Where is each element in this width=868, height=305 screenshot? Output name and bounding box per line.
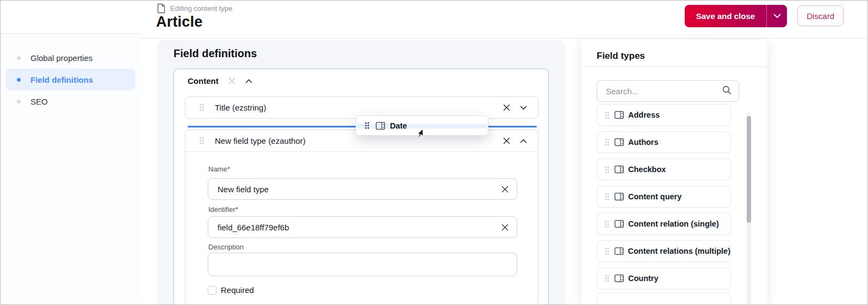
close-icon	[501, 186, 509, 193]
panel-title: Field types	[597, 51, 645, 62]
description-input[interactable]	[208, 253, 517, 276]
identifier-input[interactable]	[208, 223, 501, 232]
sidebar-item-seo[interactable]: SEO	[6, 90, 135, 112]
description-field-label: Description	[208, 243, 244, 251]
left-sidebar: Global properties Field definitions SEO	[1, 1, 142, 304]
field-types-list: Address Authors	[597, 104, 731, 304]
close-icon	[228, 77, 235, 84]
field-type-list-item[interactable]: Authors	[597, 131, 731, 153]
header-actions: Save and close Discard	[685, 5, 844, 27]
scrollbar-thumb[interactable]	[747, 116, 751, 223]
sidebar-item-label: SEO	[30, 97, 48, 106]
save-and-close-button[interactable]: Save and close	[685, 5, 766, 27]
field-type-icon	[615, 111, 624, 119]
field-type-list-item[interactable]: Country	[597, 267, 731, 289]
chevron-down-icon	[773, 14, 781, 19]
sidebar-item-global-properties[interactable]: Global properties	[6, 47, 135, 69]
name-input[interactable]	[208, 185, 501, 194]
anchor-nav: Global properties Field definitions SEO	[1, 33, 142, 304]
field-collapse-button[interactable]	[520, 139, 527, 143]
sidebar-item-field-definitions[interactable]: Field definitions	[6, 69, 135, 90]
content-field-group: Content Title (ezstring)	[173, 69, 549, 304]
field-types-panel: Field types	[581, 40, 767, 304]
field-type-label: Content relation (single)	[628, 219, 719, 228]
search-input[interactable]	[597, 87, 722, 96]
field-type-label: Authors	[628, 138, 659, 147]
drag-handle-icon[interactable]	[200, 137, 204, 144]
field-type-list-item[interactable]: Content relation (single)	[597, 213, 731, 235]
close-icon	[501, 224, 509, 231]
drag-handle-icon[interactable]	[605, 221, 609, 228]
page-header: Editing content type Article Save and cl…	[142, 1, 867, 39]
field-type-icon	[615, 166, 624, 173]
drag-handle-icon[interactable]	[200, 104, 204, 111]
field-type-list-item-partial[interactable]	[597, 292, 731, 305]
field-type-icon	[615, 193, 624, 200]
group-header: Content	[188, 76, 252, 86]
name-clear-button[interactable]	[501, 186, 509, 193]
section-heading: Field definitions	[173, 47, 257, 60]
field-type-icon	[615, 247, 624, 255]
field-type-icon	[615, 220, 624, 228]
field-type-list-item[interactable]: Checkbox	[597, 158, 731, 180]
cursor-icon	[414, 128, 424, 140]
field-type-icon	[376, 122, 385, 130]
field-row-label: Title (ezstring)	[215, 103, 266, 112]
discard-button[interactable]: Discard	[797, 5, 844, 26]
identifier-clear-button[interactable]	[501, 224, 509, 231]
panel-heading: Field types	[581, 40, 767, 67]
drag-handle-icon[interactable]	[605, 248, 609, 255]
field-remove-button[interactable]	[503, 137, 510, 144]
field-type-label: Content relations (multiple)	[628, 247, 731, 255]
field-type-label: Checkbox	[628, 165, 666, 174]
app-window: Editing content type Article Save and cl…	[0, 0, 868, 305]
field-expand-button[interactable]	[520, 106, 527, 110]
sidebar-item-label: Global properties	[30, 53, 92, 63]
save-options-dropdown-button[interactable]	[767, 5, 787, 27]
name-field-label: Name*	[208, 165, 230, 173]
dragged-item-label: Date	[390, 121, 407, 130]
chevron-up-icon	[520, 139, 527, 143]
context-label: Editing content type	[170, 4, 232, 13]
field-type-label: Address	[628, 111, 660, 119]
page-title: Article	[156, 14, 202, 30]
field-type-list-item[interactable]: Address	[597, 104, 731, 126]
nav-dot-icon	[17, 78, 21, 82]
field-row-label: New field type (ezauthor)	[215, 136, 306, 145]
required-checkbox[interactable]	[208, 286, 216, 295]
drag-handle-icon[interactable]	[605, 166, 609, 173]
field-type-label: Content query	[628, 192, 681, 201]
chevron-up-icon	[245, 79, 252, 83]
field-row-new-field-type: New field type (ezauthor) Name*	[185, 130, 538, 304]
nav-dot-icon	[17, 56, 21, 60]
sidebar-item-label: Field definitions	[30, 75, 93, 84]
drag-handle-icon[interactable]	[605, 139, 609, 146]
field-type-icon	[615, 274, 624, 282]
drag-handle-icon[interactable]	[605, 193, 609, 200]
drag-handle-icon[interactable]	[605, 112, 609, 119]
required-checkbox-row: Required	[208, 285, 254, 295]
group-collapse-button[interactable]	[245, 79, 252, 83]
group-remove-button[interactable]	[228, 77, 235, 84]
required-label: Required	[221, 285, 254, 295]
group-title: Content	[188, 76, 219, 86]
field-type-list-item[interactable]: Content relations (multiple)	[597, 240, 731, 262]
search-icon	[722, 86, 731, 97]
field-type-list-item[interactable]: Content query	[597, 186, 731, 208]
scrollbar-track[interactable]	[747, 112, 751, 304]
nav-dot-icon	[17, 100, 21, 103]
search-box	[597, 80, 739, 102]
field-type-label: Country	[628, 274, 659, 283]
field-remove-button[interactable]	[503, 104, 510, 111]
identifier-field-label: Identifier*	[208, 205, 238, 213]
close-icon	[503, 104, 510, 111]
drag-handle-icon[interactable]	[605, 275, 609, 282]
chevron-down-icon	[520, 106, 527, 110]
name-field-wrapper	[208, 178, 517, 200]
field-type-icon	[615, 138, 624, 146]
field-definitions-panel: Field definitions Content	[157, 40, 565, 304]
drag-handle-icon[interactable]	[365, 122, 369, 129]
save-split-button: Save and close	[685, 5, 787, 27]
close-icon	[503, 137, 510, 144]
identifier-field-wrapper	[208, 216, 517, 238]
